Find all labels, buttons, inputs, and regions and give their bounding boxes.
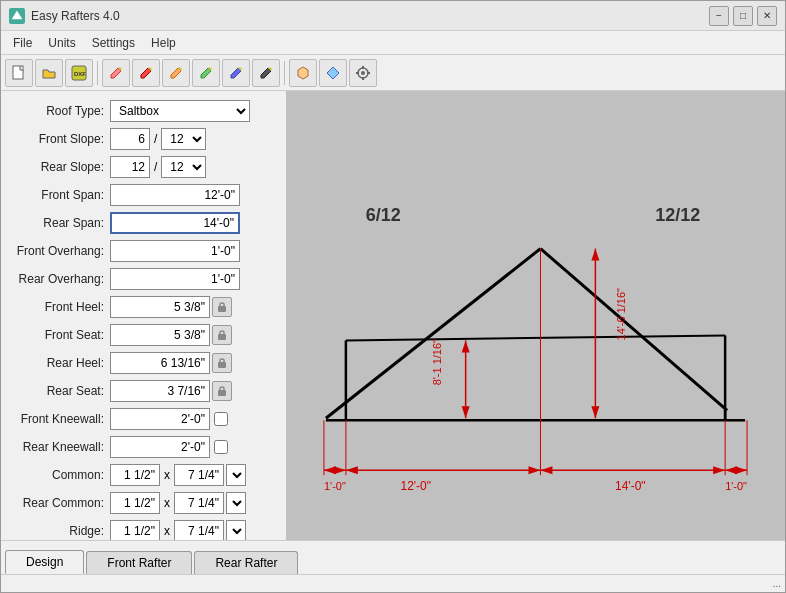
- toolbar-dark-pencil[interactable]: [252, 59, 280, 87]
- toolbar-orange-pencil[interactable]: [162, 59, 190, 87]
- front-slope-label: Front Slope:: [5, 132, 110, 146]
- rear-span-label: Rear Span:: [5, 216, 110, 230]
- rear-heel-input[interactable]: [110, 352, 210, 374]
- front-slope-sep: /: [152, 132, 159, 146]
- rear-slope-sep: /: [152, 160, 159, 174]
- rear-slope-numerator[interactable]: [110, 156, 150, 178]
- diagram-svg: 6/12 12/12 14'-6 1/16" 8'-1 1/16" 12'-0"…: [286, 91, 785, 540]
- front-heel-lock[interactable]: [212, 297, 232, 317]
- front-seat-input[interactable]: [110, 324, 210, 346]
- roof-type-select[interactable]: Saltbox Gable Hip Shed Dutch Gable: [110, 100, 250, 122]
- toolbar-hex[interactable]: [289, 59, 317, 87]
- front-span-control: [110, 184, 282, 206]
- maximize-button[interactable]: □: [733, 6, 753, 26]
- front-heel-control: [110, 296, 282, 318]
- menu-units[interactable]: Units: [40, 34, 83, 52]
- toolbar-green-pencil[interactable]: [192, 59, 220, 87]
- rear-common-select[interactable]: [226, 492, 246, 514]
- toolbar-blue-pencil[interactable]: [222, 59, 250, 87]
- svg-point-13: [361, 71, 365, 75]
- toolbar-sep-2: [284, 61, 285, 85]
- roof-type-control: Saltbox Gable Hip Shed Dutch Gable: [110, 100, 282, 122]
- front-span-input[interactable]: [110, 184, 240, 206]
- common-height-input[interactable]: [174, 464, 224, 486]
- ridge-height-input[interactable]: [174, 520, 224, 540]
- rear-seat-input[interactable]: [110, 380, 210, 402]
- tab-front-rafter[interactable]: Front Rafter: [86, 551, 192, 574]
- rear-kneewall-input[interactable]: [110, 436, 210, 458]
- common-width-input[interactable]: [110, 464, 160, 486]
- title-bar: Easy Rafters 4.0 − □ ✕: [1, 1, 785, 31]
- rear-common-height-input[interactable]: [174, 492, 224, 514]
- svg-text:14'-6 1/16": 14'-6 1/16": [615, 288, 627, 340]
- svg-text:1'-0": 1'-0": [725, 480, 747, 492]
- minimize-button[interactable]: −: [709, 6, 729, 26]
- front-slope-denominator[interactable]: 12 10 8: [161, 128, 206, 150]
- front-overhang-row: Front Overhang:: [5, 239, 282, 263]
- rear-kneewall-control: [110, 436, 282, 458]
- front-overhang-control: [110, 240, 282, 262]
- window-controls: − □ ✕: [709, 6, 777, 26]
- left-panel: Roof Type: Saltbox Gable Hip Shed Dutch …: [1, 91, 286, 540]
- toolbar-open[interactable]: [35, 59, 63, 87]
- front-heel-input[interactable]: [110, 296, 210, 318]
- toolbar-sep-1: [97, 61, 98, 85]
- rear-seat-row: Rear Seat:: [5, 379, 282, 403]
- menu-file[interactable]: File: [5, 34, 40, 52]
- status-bar: ...: [1, 574, 785, 592]
- rear-common-width-input[interactable]: [110, 492, 160, 514]
- svg-rect-19: [218, 334, 226, 340]
- svg-text:12'-0": 12'-0": [400, 479, 431, 493]
- roof-type-row: Roof Type: Saltbox Gable Hip Shed Dutch …: [5, 99, 282, 123]
- svg-text:DXF: DXF: [74, 71, 86, 77]
- close-button[interactable]: ✕: [757, 6, 777, 26]
- front-slope-row: Front Slope: / 12 10 8: [5, 127, 282, 151]
- rear-kneewall-checkbox[interactable]: [214, 440, 228, 454]
- common-select[interactable]: [226, 464, 246, 486]
- rear-slope-denominator[interactable]: 12 10 8: [161, 156, 206, 178]
- front-seat-row: Front Seat:: [5, 323, 282, 347]
- common-row: Common: x: [5, 463, 282, 487]
- toolbar-new[interactable]: [5, 59, 33, 87]
- svg-text:12/12: 12/12: [655, 205, 700, 225]
- front-kneewall-input[interactable]: [110, 408, 210, 430]
- front-kneewall-checkbox[interactable]: [214, 412, 228, 426]
- rear-kneewall-row: Rear Kneewall:: [5, 435, 282, 459]
- rear-seat-lock[interactable]: [212, 381, 232, 401]
- menu-help[interactable]: Help: [143, 34, 184, 52]
- common-label: Common:: [5, 468, 110, 482]
- rear-span-input[interactable]: [110, 212, 240, 234]
- front-kneewall-label: Front Kneewall:: [5, 412, 110, 426]
- tab-design[interactable]: Design: [5, 550, 84, 574]
- toolbar-settings[interactable]: [349, 59, 377, 87]
- ridge-width-input[interactable]: [110, 520, 160, 540]
- toolbar-pencil[interactable]: [102, 59, 130, 87]
- front-seat-label: Front Seat:: [5, 328, 110, 342]
- toolbar: DXF: [1, 55, 785, 91]
- rear-overhang-input[interactable]: [110, 268, 240, 290]
- toolbar-diamond[interactable]: [319, 59, 347, 87]
- svg-text:1'-0": 1'-0": [324, 480, 346, 492]
- rear-overhang-control: [110, 268, 282, 290]
- menu-settings[interactable]: Settings: [84, 34, 143, 52]
- front-seat-control: [110, 324, 282, 346]
- toolbar-red-pencil[interactable]: [132, 59, 160, 87]
- app-icon: [9, 8, 25, 24]
- svg-rect-21: [218, 390, 226, 396]
- front-seat-lock[interactable]: [212, 325, 232, 345]
- front-kneewall-control: [110, 408, 282, 430]
- rear-heel-label: Rear Heel:: [5, 356, 110, 370]
- front-slope-numerator[interactable]: [110, 128, 150, 150]
- svg-marker-0: [12, 11, 22, 19]
- rear-common-x: x: [162, 496, 172, 510]
- diagram-area: 6/12 12/12 14'-6 1/16" 8'-1 1/16" 12'-0"…: [286, 91, 785, 540]
- rear-common-row: Rear Common: x: [5, 491, 282, 515]
- ridge-select[interactable]: [226, 520, 246, 540]
- front-slope-control: / 12 10 8: [110, 128, 282, 150]
- svg-marker-11: [327, 67, 339, 79]
- toolbar-dxf[interactable]: DXF: [65, 59, 93, 87]
- tab-rear-rafter[interactable]: Rear Rafter: [194, 551, 298, 574]
- front-overhang-input[interactable]: [110, 240, 240, 262]
- rear-heel-lock[interactable]: [212, 353, 232, 373]
- rear-seat-label: Rear Seat:: [5, 384, 110, 398]
